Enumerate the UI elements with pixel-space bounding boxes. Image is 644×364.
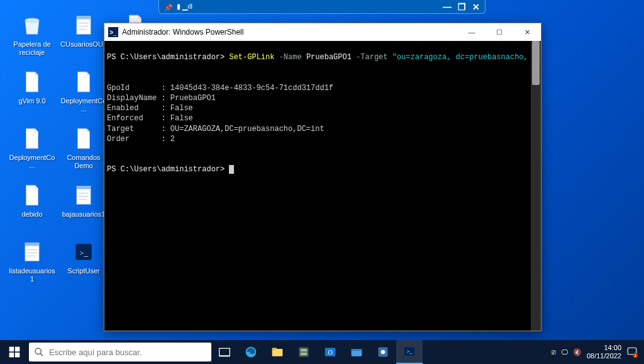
network-icon[interactable]: 🖵 [561,348,568,356]
file-icon [19,183,45,208]
prompt: PS C:\Users\administrador> [107,53,225,62]
start-button[interactable] [0,340,29,364]
taskbar-app-outlook[interactable]: O [317,340,343,364]
desktop-icon-lista[interactable]: listadeusuarios1 [9,239,55,283]
window-title: Administrador: Windows PowerShell [122,28,458,37]
svg-point-22 [35,348,41,354]
window-close[interactable]: ✕ [513,23,541,41]
desktop-icon-cmddemo[interactable]: Comandos Demo [60,126,107,169]
svg-rect-7 [77,186,91,190]
terminal-body[interactable]: PS C:\Users\administrador> Set-GPLink -N… [104,41,541,331]
search-icon [34,347,44,357]
svg-rect-21 [15,353,20,358]
taskbar-app-powershell[interactable]: >_ [396,340,423,364]
icon-label: ScriptUser [60,267,107,275]
icon-label: Papelera de reciclaje [9,40,55,56]
system-tray[interactable]: ⎚ 🖵 🔇 14:00 08/11/2022 1 [545,344,644,360]
svg-rect-20 [9,353,14,358]
search-placeholder: Escribe aquí para buscar. [49,348,142,357]
flag: -Name [279,53,302,62]
window-titlebar[interactable]: >_ Administrador: Windows PowerShell — ☐… [104,23,541,41]
icon-label: DeploymentCo... [9,154,55,169]
scrollbar[interactable] [531,41,541,331]
icon-label: listadeusuarios1 [9,267,55,283]
file-icon [19,126,45,151]
icon-label: Comandos Demo [60,154,107,169]
icon-label: gVim 9.0 [9,97,55,105]
svg-line-23 [40,353,43,356]
volume-icon[interactable]: 🔇 [573,348,582,356]
taskbar: Escribe aquí para buscar. O >_ ⎚ 🖵 🔇 14:… [0,340,644,364]
cursor [229,165,234,174]
taskbar-app-settings[interactable] [370,340,396,364]
ps-icon: >_ [71,239,96,264]
icon-label: debido [9,210,55,219]
terminal-output: GpoId : 14045d43-384e-4833-9c54-71cdd317… [107,84,333,144]
svg-rect-28 [272,348,277,350]
svg-rect-31 [301,353,307,355]
icon-label: bajausuarios1 [60,210,107,219]
clock-date: 08/11/2022 [587,352,621,360]
svg-text:>_: >_ [79,249,88,258]
powershell-window: >_ Administrador: Windows PowerShell — ☐… [104,23,541,331]
svg-rect-30 [301,349,307,351]
desktop-icon-gvim[interactable]: gVim 9.0 [9,69,55,105]
notifications-icon[interactable]: 1 [626,346,638,358]
taskbar-search[interactable]: Escribe aquí para buscar. [29,343,211,361]
icon-label: CUsuariosOU1 [60,40,107,48]
powershell-icon: >_ [108,27,118,37]
taskbar-clock[interactable]: 14:00 08/11/2022 [587,344,621,360]
prompt: PS C:\Users\administrador> [107,165,225,174]
desktop-icon-bajas[interactable]: bajausuarios1 [60,183,107,219]
file-icon [71,69,96,94]
desktop-icon-deploy1[interactable]: DeploymentCo... [60,69,107,113]
desktop-icon-debido[interactable]: debido [9,183,55,219]
notepad-icon [71,183,96,208]
svg-rect-27 [272,349,283,356]
notepad-icon [71,13,96,38]
svg-point-0 [25,18,39,22]
svg-rect-2 [77,16,91,20]
svg-text:O: O [328,349,332,356]
svg-rect-19 [15,347,20,352]
file-icon [71,126,96,151]
tray-icon[interactable]: ⎚ [552,348,556,356]
icon-label: DeploymentCo... [60,97,107,113]
scrollbar-thumb[interactable] [532,41,540,85]
svg-rect-29 [299,348,309,357]
svg-rect-35 [352,349,362,351]
svg-point-37 [381,350,386,355]
arg: PruebaGPO1 [306,53,352,62]
window-minimize[interactable]: — [458,23,486,41]
desktop-icon-recycle[interactable]: Papelera de reciclaje [9,13,55,56]
svg-rect-18 [9,347,14,352]
task-view-button[interactable] [211,340,238,364]
taskbar-app-servermgr[interactable] [291,340,317,364]
desktop-icon-cusr[interactable]: CUsuariosOU1 [60,13,107,48]
taskbar-app-explorer[interactable] [264,340,291,364]
arg: "ou=zaragoza, dc=pruebasnacho, dc=int" [392,53,541,62]
desktop-icon-deploy2[interactable]: DeploymentCo... [9,126,55,169]
svg-text:>_: >_ [407,349,413,355]
taskbar-app-edge[interactable] [238,340,264,364]
file-icon [19,69,45,94]
svg-rect-12 [25,243,39,246]
svg-rect-24 [219,348,230,356]
clock-time: 14:00 [587,344,621,352]
desktop-icon-su[interactable]: >_ScriptUser [60,239,107,275]
notepad-icon [19,239,45,264]
bin-icon [19,13,45,38]
window-maximize[interactable]: ☐ [486,23,513,41]
cmdlet: Set-GPLink [229,53,274,62]
taskbar-app-folder2[interactable] [343,340,370,364]
flag: -Target [356,53,387,62]
